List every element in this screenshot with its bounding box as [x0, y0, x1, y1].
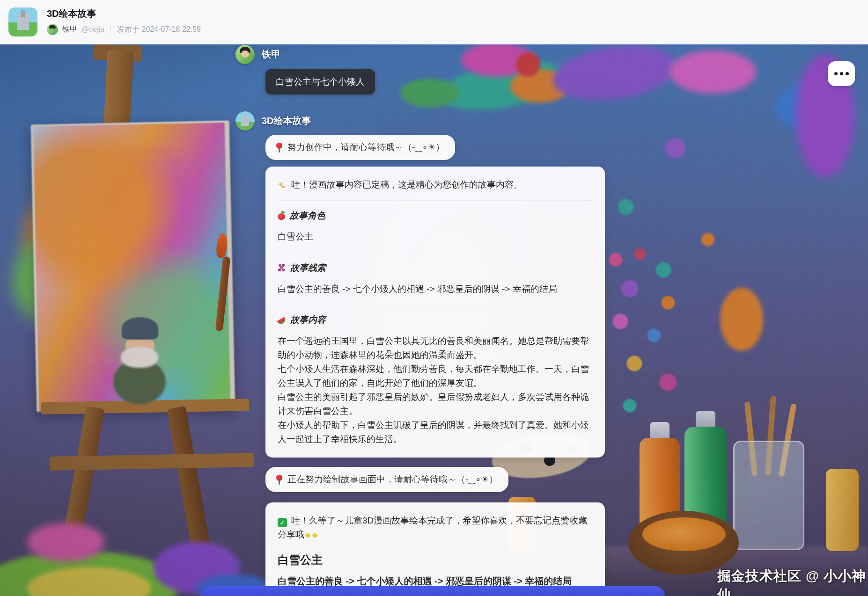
author-avatar: [47, 24, 58, 35]
bot-name: 3D绘本故事: [262, 115, 311, 127]
watermark: 掘金技术社区 @ 小小神仙: [717, 567, 868, 596]
card-intro: 哇！漫画故事内容已定稿，这是精心为您创作的故事内容。: [278, 178, 593, 191]
ellipsis-icon: [840, 72, 843, 75]
user-avatar[interactable]: [235, 45, 255, 64]
section-title-roles: 故事角色: [278, 210, 593, 222]
status-bubble-creating: 努力创作中，请耐心等待哦～（-‿∘☀）: [265, 135, 455, 160]
user-message-header: 铁甲: [235, 45, 610, 64]
divider: [278, 200, 593, 201]
section-title-text: 故事角色: [290, 210, 325, 222]
story-paragraph: 在一个遥远的王国里，白雪公主以其无比的善良和美丽闻名。她总是帮助需要帮助的小动物…: [278, 334, 593, 362]
app-logo-icon: [8, 7, 37, 36]
section-body-clues: 白雪公主的善良 -> 七个小矮人的相遇 -> 邪恶皇后的阴谋 -> 幸福的结局: [278, 282, 593, 296]
story-paragraph: 白雪公主的美丽引起了邪恶皇后的嫉妒。皇后假扮成老妇人，多次尝试用各种诡计来伤害白…: [278, 390, 593, 418]
section-body-roles: 白雪公主: [278, 230, 593, 243]
grapes-icon: [278, 263, 286, 272]
user-message-bubble[interactable]: 白雪公主与七个小矮人: [265, 69, 375, 94]
bot-avatar[interactable]: [235, 111, 255, 131]
status-bubble-drawing: 正在努力绘制故事画面中，请耐心等待哦～（-‿∘☀）: [265, 467, 508, 492]
card-intro-text: 哇！久等了～儿童3D漫画故事绘本完成了，希望你喜欢，不要忘记点赞收藏分享哦: [278, 516, 587, 539]
header-bar: 3D绘本故事 铁甲 @tiejia 发布于 2024-07-18 22:59: [0, 0, 868, 44]
story-title: 白雪公主: [278, 552, 593, 567]
bot-message-header: 3D绘本故事: [235, 111, 610, 131]
story-result-card: 哇！久等了～儿童3D漫画故事绘本完成了，希望你喜欢，不要忘记点赞收藏分享哦 白雪…: [265, 502, 605, 596]
page: 3D绘本故事 铁甲 @tiejia 发布于 2024-07-18 22:59 铁…: [0, 0, 868, 596]
check-icon: [278, 518, 287, 527]
author-name: 铁甲: [62, 25, 77, 35]
author-handle: @tiejia: [81, 25, 104, 34]
story-draft-card: 哇！漫画故事内容已定稿，这是精心为您创作的故事内容。 故事角色 白雪公主 故事线…: [265, 167, 605, 458]
section-title-clues: 故事线索: [278, 262, 593, 274]
divider: [278, 253, 593, 253]
rose-icon: [276, 143, 283, 153]
bottom-action-button[interactable]: [201, 586, 665, 596]
section-title-content: 故事内容: [278, 314, 593, 326]
section-title-text: 故事内容: [290, 314, 326, 326]
divider: [278, 305, 593, 305]
rose-icon: [276, 475, 283, 485]
sparkles-icon: [312, 532, 318, 538]
meta-divider: [110, 25, 111, 34]
card-intro: 哇！久等了～儿童3D漫画故事绘本完成了，希望你喜欢，不要忘记点赞收藏分享哦: [278, 514, 593, 541]
app-title: 3D绘本故事: [47, 7, 96, 20]
writing-hand-icon: [278, 182, 287, 191]
user-name: 铁甲: [262, 48, 280, 61]
more-options-button[interactable]: [828, 61, 855, 86]
status-text: 正在努力绘制故事画面中，请耐心等待哦～（-‿∘☀）: [287, 473, 498, 486]
ellipsis-icon: [846, 72, 849, 75]
story-paragraph: 在小矮人的帮助下，白雪公主识破了皇后的阴谋，并最终找到了真爱。她和小矮人一起过上…: [278, 418, 593, 446]
sparkles-icon: [305, 532, 311, 538]
apple-icon: [278, 211, 286, 220]
card-intro-text: 哇！漫画故事内容已定稿，这是精心为您创作的故事内容。: [291, 180, 522, 189]
ellipsis-icon: [834, 72, 838, 75]
status-text: 努力创作中，请耐心等待哦～（-‿∘☀）: [287, 141, 445, 153]
author-meta: 铁甲 @tiejia 发布于 2024-07-18 22:59: [47, 23, 201, 36]
watermelon-icon: [277, 317, 287, 326]
chat-thread: 铁甲 白雪公主与七个小矮人 3D绘本故事 努力创作中，请耐心等待哦～（-‿∘☀）…: [235, 45, 610, 596]
story-paragraph: 七个小矮人生活在森林深处，他们勤劳善良，每天都在辛勤地工作。一天，白雪公主误入了…: [278, 362, 593, 390]
publish-time: 发布于 2024-07-18 22:59: [117, 25, 201, 35]
section-title-text: 故事线索: [290, 262, 326, 274]
